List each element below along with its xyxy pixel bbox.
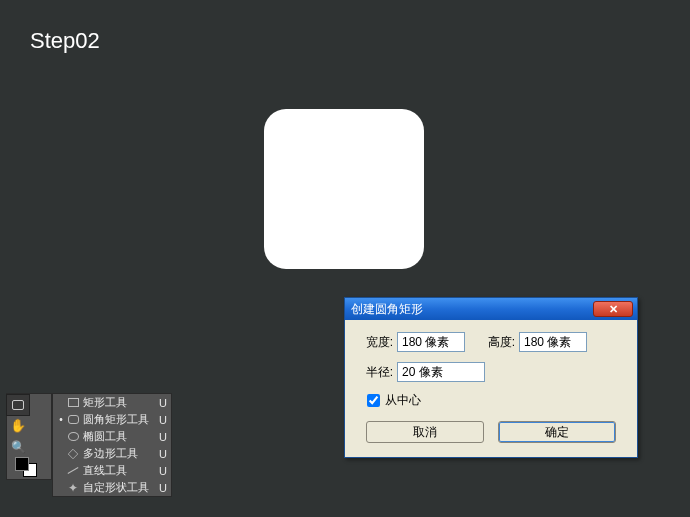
flyout-item-label: 自定形状工具 [81, 480, 155, 495]
line-icon [68, 467, 79, 474]
shortcut-label: U [155, 465, 167, 477]
cancel-button[interactable]: 取消 [366, 421, 484, 443]
height-input[interactable] [519, 332, 587, 352]
close-icon: ✕ [609, 303, 618, 316]
color-swatches[interactable] [7, 457, 51, 479]
shortcut-label: U [155, 482, 167, 494]
tool-slot-empty[interactable] [29, 437, 51, 457]
custom-shape-icon: ✦ [68, 482, 78, 494]
ok-button[interactable]: 确定 [498, 421, 616, 443]
polygon-icon [68, 448, 79, 459]
close-button[interactable]: ✕ [593, 301, 633, 317]
from-center-label: 从中心 [385, 392, 421, 409]
flyout-item-rectangle[interactable]: 矩形工具 U [53, 394, 171, 411]
shortcut-label: U [155, 414, 167, 426]
rounded-rectangle-icon [68, 415, 79, 424]
flyout-item-label: 椭圆工具 [81, 429, 155, 444]
shape-tool-slot[interactable] [7, 395, 29, 415]
shortcut-label: U [155, 448, 167, 460]
create-rounded-rectangle-dialog: 创建圆角矩形 ✕ 宽度: 高度: 半径: 从中心 取消 确定 [344, 297, 638, 458]
foreground-color-swatch[interactable] [15, 457, 29, 471]
flyout-item-ellipse[interactable]: 椭圆工具 U [53, 428, 171, 445]
flyout-item-label: 圆角矩形工具 [81, 412, 155, 427]
from-center-checkbox[interactable] [367, 394, 380, 407]
flyout-item-label: 直线工具 [81, 463, 155, 478]
dialog-body: 宽度: 高度: 半径: 从中心 取消 确定 [345, 320, 637, 457]
flyout-item-polygon[interactable]: 多边形工具 U [53, 445, 171, 462]
hand-icon: ✋ [10, 418, 26, 433]
flyout-item-label: 矩形工具 [81, 395, 155, 410]
dialog-title: 创建圆角矩形 [351, 301, 593, 318]
tool-palette: ✋ 🔍 [6, 393, 52, 480]
flyout-item-custom-shape[interactable]: ✦ 自定形状工具 U [53, 479, 171, 496]
flyout-item-line[interactable]: 直线工具 U [53, 462, 171, 479]
width-label: 宽度: [359, 334, 393, 351]
ellipse-icon [68, 432, 79, 441]
rectangle-icon [68, 398, 79, 407]
radius-input[interactable] [397, 362, 485, 382]
height-label: 高度: [481, 334, 515, 351]
hand-tool-slot[interactable]: ✋ [7, 416, 29, 436]
step-label: Step02 [30, 28, 100, 54]
flyout-item-label: 多边形工具 [81, 446, 155, 461]
rounded-rectangle-preview [264, 109, 424, 269]
tool-slot-empty[interactable] [29, 395, 51, 415]
radius-label: 半径: [359, 364, 393, 381]
zoom-tool-slot[interactable]: 🔍 [7, 437, 29, 457]
rounded-rect-tool-icon [12, 400, 24, 410]
width-input[interactable] [397, 332, 465, 352]
tool-slot-empty[interactable] [29, 416, 51, 436]
flyout-item-rounded-rectangle[interactable]: • 圆角矩形工具 U [53, 411, 171, 428]
shortcut-label: U [155, 397, 167, 409]
shortcut-label: U [155, 431, 167, 443]
dialog-titlebar[interactable]: 创建圆角矩形 ✕ [345, 298, 637, 320]
shape-tool-flyout: 矩形工具 U • 圆角矩形工具 U 椭圆工具 U 多边形工具 U 直线工具 U … [52, 393, 172, 497]
magnifier-icon: 🔍 [11, 440, 26, 454]
selected-bullet-icon: • [57, 414, 65, 425]
